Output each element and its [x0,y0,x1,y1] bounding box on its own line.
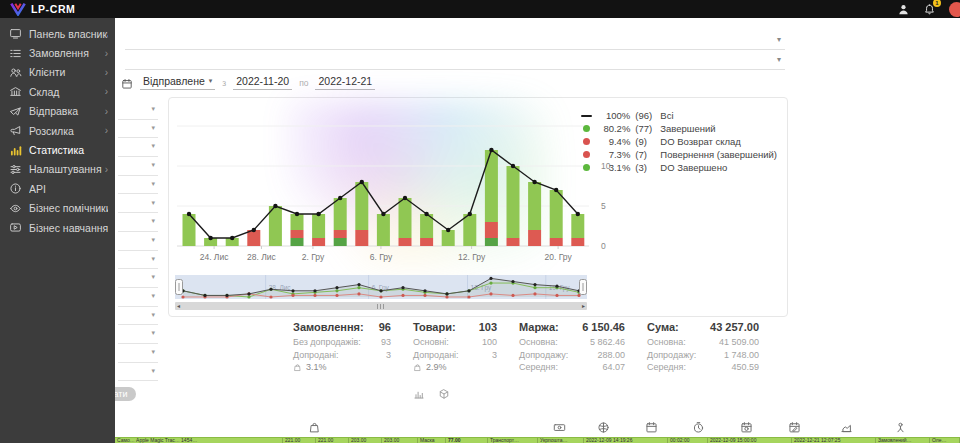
sidebar-item-2[interactable]: Клієнти› [0,63,115,82]
date-from-input[interactable]: 2022-11-20 [233,75,292,90]
legend-item[interactable]: 3.1%(3)DO Завершено [580,161,777,174]
sidebar-item-7[interactable]: Налаштування› [0,160,115,179]
sphere-icon[interactable] [597,421,610,434]
legend-item[interactable]: 100%(96)Всі [580,109,777,122]
sidebar-item-8[interactable]: API [0,179,115,198]
table-cell: 2022-12-09 15:00:00 [708,438,792,443]
date-to-input[interactable]: 2022-12-21 [315,75,375,90]
chart-list-icon[interactable] [413,388,425,400]
side-filter-select-8[interactable]: ▾ [118,250,158,270]
chart-minimap[interactable]: 28. Лис6. Гру13. Гру19. Гру [175,275,587,301]
table-cell: 00:02:00 [668,438,708,443]
side-filter-select-6[interactable]: ▾ [118,212,158,232]
sidebar-item-4[interactable]: Відправка› [0,102,115,121]
table-cell: 221.00 [283,438,316,443]
stat-sub-value: 93 [381,336,391,349]
calendar-icon[interactable] [645,421,658,434]
side-filter-select-12[interactable]: ▾ [118,324,158,344]
scroll-left-icon[interactable]: ◂ [177,302,180,310]
training-icon [9,221,22,234]
svg-text:6. Гру: 6. Гру [370,252,393,262]
bag-icon[interactable] [308,421,321,434]
share-person-icon[interactable] [894,421,907,434]
legend-count: (7) [635,149,660,160]
chevron-down-icon: ▾ [151,273,155,281]
stat-sub-value: 288.00 [597,349,625,362]
side-filter-select-0[interactable]: ▾ [118,100,158,120]
bell-icon[interactable]: 1 [923,3,936,16]
sidebar-item-10[interactable]: Бізнес навчання [0,218,115,237]
table-cell: Само… Apple Magic Trac… 1454… [115,438,283,443]
scrollbar-grip[interactable] [377,304,385,309]
calendar-edit-icon[interactable] [788,421,801,434]
stat-title: Сума:43 257.00 [647,321,759,333]
bag-icon [413,363,422,372]
side-filter-select-2[interactable]: ▾ [118,137,158,157]
user-icon[interactable] [897,3,910,16]
cube-icon[interactable] [438,388,450,400]
brand-logo[interactable]: LP-CRM [10,2,75,16]
clock-icon[interactable] [692,421,705,434]
legend-percent: 9.4% [597,136,630,147]
sidebar-item-label: Статистика [29,144,108,156]
chevron-down-icon: ▾ [151,217,155,225]
chevron-down-icon: ▾ [209,77,213,85]
side-filter-select-5[interactable]: ▾ [118,194,158,214]
chevron-down-icon: ▾ [151,255,155,263]
chevron-down-icon: ▾ [151,236,155,244]
table-cell: 77.00 [446,438,488,443]
svg-text:24. Лис: 24. Лис [200,252,230,262]
calendar-icon [121,78,133,90]
stat-sub-value: 3 [386,349,391,362]
legend-percent: 3.1% [597,162,630,173]
legend-percent: 7.3% [597,149,630,160]
notification-badge: 1 [933,0,941,7]
sidebar-item-3[interactable]: Склад› [0,82,115,101]
side-filter-select-1[interactable]: ▾ [118,119,158,139]
side-filter-select-3[interactable]: ▾ [118,156,158,176]
orders-chart[interactable]: 051024. Лис28. Лис2. Гру6. Гру12. Гру20.… [175,103,621,269]
logout-icon[interactable] [949,2,960,17]
legend-count: (96) [635,110,660,121]
filter-dropdown-2[interactable]: ▾ [125,50,785,70]
sidebar: Панель власникаЗамовлення›Клієнти›Склад›… [0,18,115,443]
scroll-right-icon[interactable]: ▸ [582,302,585,310]
side-filter-select-14[interactable]: ▾ [118,362,158,382]
table-cell: 203.00 [349,438,382,443]
legend-item[interactable]: 9.4%(9)DO Возврат склад [580,135,777,148]
stat-sub-row: Без допродажів:93 [293,336,391,349]
side-filter-select-7[interactable]: ▾ [118,231,158,251]
stat-sub-row: Основна:5 862.46 [519,336,625,349]
sidebar-item-6[interactable]: Статистика [0,140,115,159]
chart-scrollbar[interactable]: ◂ ▸ [175,302,587,310]
sidebar-item-1[interactable]: Замовлення› [0,43,115,62]
sidebar-item-9[interactable]: Бізнес помічники [0,199,115,218]
legend-dot-marker [580,151,593,158]
sidebar-item-label: Панель власника [29,28,108,40]
stat-sub-row: Допродажу:288.00 [519,349,625,362]
stat-column-2: Маржа:6 150.46Основна:5 862.46Допродажу:… [519,321,625,374]
legend-label: DO Возврат склад [660,136,741,147]
dashboard-icon [9,27,22,40]
legend-item[interactable]: 7.3%(7)Повернення (завершений) [580,148,777,161]
chevron-down-icon: ▾ [151,142,155,150]
chevron-down-icon: ▾ [777,35,781,44]
calendar-clock-icon[interactable] [740,421,753,434]
side-filter-select-4[interactable]: ▾ [118,175,158,195]
side-filter-select-10[interactable]: ▾ [118,287,158,307]
legend-item[interactable]: 80.2%(77)Завершений [580,122,777,135]
legend-line-marker [580,115,593,117]
sidebar-item-5[interactable]: Розсилка› [0,121,115,140]
chevron-right-icon: › [105,48,108,59]
side-filter-select-11[interactable]: ▾ [118,306,158,326]
banknote-icon[interactable] [553,421,566,434]
sidebar-item-0[interactable]: Панель власника [0,24,115,43]
chart-trend-icon[interactable] [840,421,853,434]
table-cell: Замовлений… [876,438,930,443]
table-row-strip: Само… Apple Magic Trac… 1454…221.00221.0… [115,437,960,443]
legend-dot-marker [580,138,593,145]
filter-dropdown-1[interactable]: ▾ [125,30,785,50]
date-type-select[interactable]: Відправлене ▾ [140,75,215,90]
side-filter-select-9[interactable]: ▾ [118,268,158,288]
side-filter-select-13[interactable]: ▾ [118,343,158,363]
